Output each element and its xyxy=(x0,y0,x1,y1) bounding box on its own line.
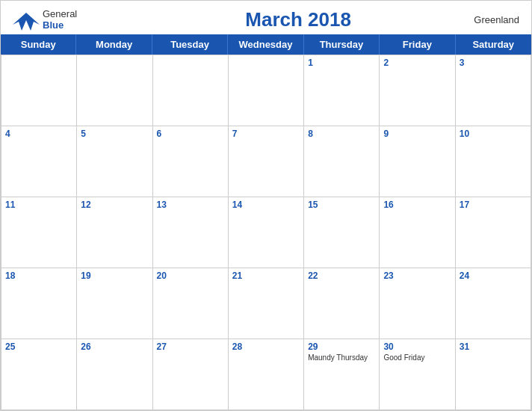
cell-number: 28 xyxy=(232,342,300,352)
cell-number: 22 xyxy=(308,271,375,281)
cell-number: 2 xyxy=(383,58,451,68)
day-header-wednesday: Wednesday xyxy=(228,34,303,55)
logo: General Blue xyxy=(13,9,77,31)
logo-general: General xyxy=(43,9,77,19)
cell-number: 21 xyxy=(232,271,300,281)
calendar-cell: 2 xyxy=(380,55,455,126)
calendar-cell: 24 xyxy=(456,268,531,339)
cell-number: 8 xyxy=(308,129,375,139)
svg-marker-0 xyxy=(13,13,40,31)
cell-number: 25 xyxy=(5,342,72,352)
calendar-cell: 19 xyxy=(77,268,152,339)
cell-number: 31 xyxy=(460,342,527,352)
cell-number: 24 xyxy=(460,271,527,281)
calendar-cell: 16 xyxy=(380,197,455,268)
calendar-cell xyxy=(229,55,304,126)
calendar-cell: 3 xyxy=(456,55,531,126)
day-header-sunday: Sunday xyxy=(1,34,76,55)
cell-number: 18 xyxy=(5,271,72,281)
cell-number: 16 xyxy=(383,200,451,210)
calendar-cell: 1 xyxy=(304,55,380,126)
cell-number: 23 xyxy=(383,271,451,281)
logo-blue: Blue xyxy=(43,20,77,31)
calendar-cell: 7 xyxy=(229,126,304,197)
calendar-cell: 29Maundy Thursday xyxy=(304,339,380,410)
calendar-cell: 23 xyxy=(380,268,455,339)
day-header-monday: Monday xyxy=(76,34,152,55)
calendar-title: March 2018 xyxy=(77,8,519,31)
logo-text: General Blue xyxy=(43,9,77,31)
days-header: Sunday Monday Tuesday Wednesday Thursday… xyxy=(1,34,531,55)
logo-bird-icon xyxy=(13,10,40,31)
calendar-cell: 21 xyxy=(229,268,304,339)
calendar-cell xyxy=(153,55,229,126)
cell-number: 6 xyxy=(157,129,224,139)
cell-number: 12 xyxy=(81,200,148,210)
calendar-cell: 20 xyxy=(153,268,229,339)
cell-number: 5 xyxy=(81,129,148,139)
calendar-cell: 8 xyxy=(304,126,380,197)
calendar-cell: 10 xyxy=(456,126,531,197)
cell-number: 17 xyxy=(460,200,527,210)
calendar-cell: 13 xyxy=(153,197,229,268)
calendar-cell: 15 xyxy=(304,197,380,268)
cell-number: 29 xyxy=(308,342,375,352)
calendar-cell: 6 xyxy=(153,126,229,197)
cell-number: 10 xyxy=(460,129,527,139)
calendar-cell: 18 xyxy=(1,268,77,339)
cell-number: 11 xyxy=(5,200,72,210)
cell-number: 3 xyxy=(460,58,527,68)
calendar-cell: 4 xyxy=(1,126,77,197)
day-header-saturday: Saturday xyxy=(456,34,531,55)
cell-number: 1 xyxy=(308,58,375,68)
cell-number: 7 xyxy=(232,129,300,139)
cell-number: 30 xyxy=(383,342,451,352)
calendar-cell: 9 xyxy=(380,126,455,197)
calendar-cell: 14 xyxy=(229,197,304,268)
cell-number: 19 xyxy=(81,271,148,281)
cell-number: 14 xyxy=(232,200,300,210)
calendar-grid: 1234567891011121314151617181920212223242… xyxy=(1,55,531,410)
cell-number: 13 xyxy=(157,200,224,210)
calendar-cell: 28 xyxy=(229,339,304,410)
calendar-cell: 11 xyxy=(1,197,77,268)
calendar-cell xyxy=(1,55,77,126)
cell-number: 4 xyxy=(5,129,72,139)
region-label: Greenland xyxy=(474,14,519,25)
calendar-cell: 31 xyxy=(456,339,531,410)
cell-number: 26 xyxy=(81,342,148,352)
holiday-name: Good Friday xyxy=(383,353,451,362)
calendar-cell xyxy=(77,55,152,126)
calendar-cell: 27 xyxy=(153,339,229,410)
calendar-cell: 26 xyxy=(77,339,152,410)
cell-number: 15 xyxy=(308,200,375,210)
calendar-cell: 25 xyxy=(1,339,77,410)
calendar-cell: 12 xyxy=(77,197,152,268)
holiday-name: Maundy Thursday xyxy=(308,353,375,362)
calendar-cell: 5 xyxy=(77,126,152,197)
calendar-cell: 30Good Friday xyxy=(380,339,455,410)
cell-number: 20 xyxy=(157,271,224,281)
calendar-cell: 17 xyxy=(456,197,531,268)
day-header-tuesday: Tuesday xyxy=(152,34,228,55)
cell-number: 9 xyxy=(383,129,451,139)
cell-number: 27 xyxy=(157,342,224,352)
calendar-header: General Blue March 2018 Greenland xyxy=(1,1,531,34)
calendar-cell: 22 xyxy=(304,268,380,339)
day-header-thursday: Thursday xyxy=(304,34,380,55)
day-header-friday: Friday xyxy=(380,34,455,55)
calendar-container: General Blue March 2018 Greenland Sunday… xyxy=(0,0,532,411)
